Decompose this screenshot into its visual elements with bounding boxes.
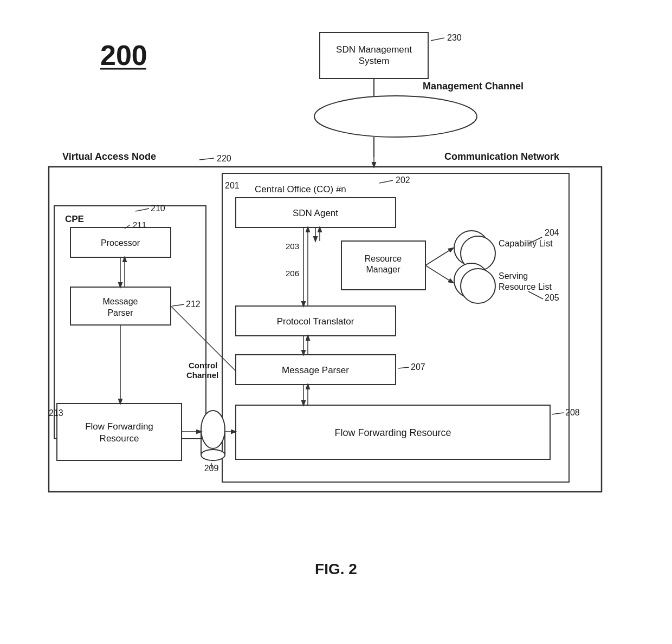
resource-manager-label1: Resource [365,254,402,263]
ref-205: 205 [545,293,559,302]
serving-resource-label1: Serving [499,271,528,281]
flow-forwarding-cpe-label2: Resource [100,433,139,444]
processor-label: Processor [101,238,140,248]
ref-212: 212 [186,300,201,309]
sdn-management-label: SDN Management [336,44,412,55]
message-parser-cpe-label1: Message [103,297,138,306]
ref-211: 211 [133,220,146,229]
ref-208: 208 [565,408,580,417]
message-parser-co-label: Message Parser [282,365,349,375]
management-channel-ellipse [314,96,477,137]
ref-220: 220 [217,154,231,163]
message-parser-cpe-label2: Parser [107,308,133,317]
message-parser-cpe-box [70,287,171,325]
serving-resource-circle2 [461,269,495,303]
ref-201: 201 [225,181,240,190]
svg-text:System: System [359,56,390,66]
cpe-label: CPE [65,214,84,224]
ref-210: 210 [151,204,165,213]
figure-main-label: 200 [100,40,147,71]
ref-203: 203 [286,242,299,251]
control-channel-label1: Control [189,361,217,370]
diagram-container: 200 SDN Management System 230 Management… [0,0,672,644]
communication-network-label: Communication Network [444,151,560,162]
flow-forwarding-co-label: Flow Forwarding Resource [334,427,451,438]
ref-207: 207 [411,362,425,372]
ref-213: 213 [49,408,63,418]
ref-206: 206 [286,269,299,278]
virtual-access-node-label: Virtual Access Node [62,151,156,162]
figure-number: FIG. 2 [315,561,357,577]
sdn-agent-label: SDN Agent [293,208,338,218]
serving-resource-label2: Resource List [499,282,552,291]
protocol-translator-label: Protocol Translator [277,316,354,327]
ref-202: 202 [396,175,410,185]
control-channel-label2: Channel [186,370,218,380]
ref-204: 204 [545,228,559,237]
capability-list-label: Capability List [499,239,553,248]
control-channel-cylinder-bottom [201,450,225,460]
resource-manager-label2: Manager [366,265,400,274]
flow-forwarding-cpe-label1: Flow Forwarding [85,421,153,432]
ref-230: 230 [447,33,462,42]
management-channel-label: Management Channel [423,81,524,92]
flow-forwarding-cpe-box [57,404,182,460]
control-channel-cylinder [201,411,225,448]
central-office-label: Central Office (CO) #n [255,184,346,194]
